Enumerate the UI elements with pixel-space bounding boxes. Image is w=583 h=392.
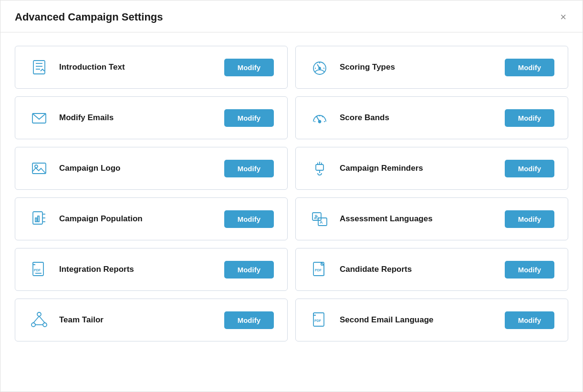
card-modify-emails: Modify Emails Modify [15, 96, 288, 139]
modify-button-second-email-language[interactable]: Modify [505, 311, 554, 329]
chart-doc-icon [29, 208, 50, 229]
pdf-doc3-icon: PDF [309, 309, 330, 330]
advanced-campaign-settings-modal: Advanced Campaign Settings × Introductio… [0, 0, 583, 392]
network-icon [29, 309, 50, 330]
modify-button-integration-reports[interactable]: Modify [224, 261, 274, 279]
card-label-campaign-reminders: Campaign Reminders [340, 164, 495, 173]
svg-line-45 [33, 316, 39, 323]
svg-rect-30 [38, 216, 39, 222]
card-second-email-language: PDF Second Email Language Modify [295, 299, 568, 341]
pdf-doc2-icon: PDF [309, 259, 330, 280]
card-label-campaign-logo: Campaign Logo [59, 164, 215, 173]
card-label-introduction-text: Introduction Text [59, 62, 215, 72]
card-label-scoring-types: Scoring Types [340, 62, 495, 72]
card-team-tailor: Team Tailor Modify [15, 299, 288, 341]
modal-title: Advanced Campaign Settings [15, 11, 163, 23]
modify-button-campaign-population[interactable]: Modify [224, 210, 274, 228]
modify-button-campaign-logo[interactable]: Modify [224, 160, 274, 177]
pdf-doc-icon: PDF [29, 259, 50, 280]
modify-button-team-tailor[interactable]: Modify [224, 311, 274, 329]
svg-point-19 [35, 165, 38, 168]
svg-line-46 [39, 316, 45, 323]
card-label-assessment-languages: Assessment Languages [340, 214, 495, 224]
card-integration-reports: PDF Integration Reports Modify [15, 248, 288, 291]
clipboard-edit-icon [29, 57, 50, 78]
modify-button-campaign-reminders[interactable]: Modify [505, 160, 554, 177]
svg-rect-21 [316, 165, 323, 170]
svg-text:A: A [320, 220, 323, 225]
plug-icon [309, 158, 330, 179]
envelope-icon [29, 107, 50, 128]
svg-text:PDF: PDF [314, 319, 322, 322]
speedometer-icon [309, 57, 330, 78]
modify-button-assessment-languages[interactable]: Modify [505, 210, 554, 228]
language-icon: あ A [309, 208, 330, 229]
svg-line-16 [316, 116, 317, 117]
card-scoring-types: Scoring Types Modify [295, 46, 568, 89]
modify-button-introduction-text[interactable]: Modify [224, 59, 274, 76]
svg-point-42 [37, 312, 41, 316]
close-button[interactable]: × [558, 10, 568, 24]
modal-header: Advanced Campaign Settings × [0, 0, 583, 32]
svg-point-44 [43, 323, 47, 327]
modal-body: Introduction Text Modify Scoring Types M… [0, 32, 583, 355]
card-label-integration-reports: Integration Reports [59, 265, 215, 274]
card-campaign-reminders: Campaign Reminders Modify [295, 147, 568, 190]
modify-button-modify-emails[interactable]: Modify [224, 109, 274, 127]
image-icon [29, 158, 50, 179]
svg-point-6 [319, 67, 321, 69]
modify-button-candidate-reports[interactable]: Modify [505, 261, 554, 279]
svg-line-17 [323, 116, 323, 117]
card-campaign-logo: Campaign Logo Modify [15, 147, 288, 190]
card-label-campaign-population: Campaign Population [59, 214, 215, 224]
modify-button-scoring-types[interactable]: Modify [505, 59, 554, 76]
card-label-score-bands: Score Bands [340, 113, 495, 123]
svg-rect-0 [33, 61, 45, 74]
card-introduction-text: Introduction Text Modify [15, 46, 288, 89]
gauge-icon [309, 107, 330, 128]
card-campaign-population: Campaign Population Modify [15, 197, 288, 240]
card-label-modify-emails: Modify Emails [59, 113, 215, 123]
modify-button-score-bands[interactable]: Modify [505, 109, 554, 127]
svg-point-43 [31, 323, 35, 327]
settings-grid: Introduction Text Modify Scoring Types M… [15, 46, 568, 341]
card-label-second-email-language: Second Email Language [340, 315, 495, 325]
card-assessment-languages: あ A Assessment Languages Modify [295, 197, 568, 240]
card-candidate-reports: PDF Candidate Reports Modify [295, 248, 568, 291]
card-score-bands: Score Bands Modify [295, 96, 568, 139]
svg-rect-29 [35, 218, 37, 222]
card-label-candidate-reports: Candidate Reports [340, 265, 495, 274]
svg-text:PDF: PDF [34, 268, 41, 272]
card-label-team-tailor: Team Tailor [59, 315, 215, 325]
svg-text:PDF: PDF [315, 268, 322, 272]
